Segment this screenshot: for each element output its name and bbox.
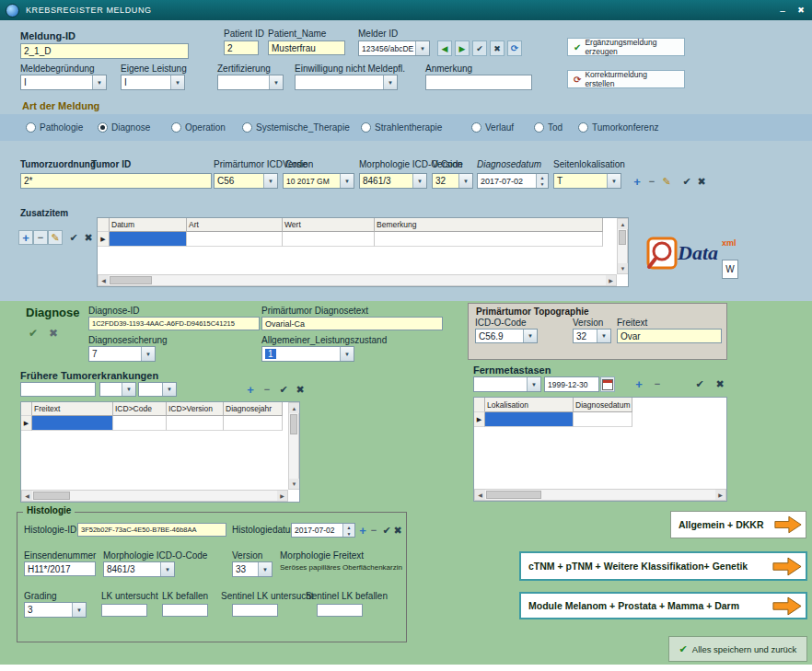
radio-art-pathologie[interactable]: Pathologie (26, 121, 83, 133)
table-cell[interactable] (167, 416, 224, 431)
radio-art-strahlentherapie[interactable]: Strahlentherapie (361, 121, 442, 133)
chevron-down-icon[interactable] (607, 174, 621, 188)
row-selector[interactable] (474, 412, 485, 427)
calendar-icon[interactable] (600, 376, 615, 392)
table-cell[interactable] (187, 232, 283, 247)
column-header-datum[interactable]: Datum (110, 218, 187, 232)
date-spinner[interactable] (342, 524, 354, 537)
cancel-histologie-button[interactable] (392, 523, 403, 538)
minimize-icon[interactable]: – (773, 3, 792, 17)
chevron-down-icon[interactable] (170, 75, 184, 89)
column-header-diagnosedatum[interactable]: Diagnosedatum (574, 398, 632, 412)
sentinel-lk-befallen-input[interactable] (317, 604, 363, 617)
confirm-fernmetastase-button[interactable] (692, 376, 707, 391)
primaertumor-diagnosetext-input[interactable]: Ovarial-Ca (261, 317, 443, 330)
chevron-down-icon[interactable] (160, 562, 174, 576)
table-cell[interactable] (283, 232, 375, 247)
remove-fruehere-button[interactable] (260, 382, 274, 397)
fruehere-freitext-input[interactable] (20, 382, 96, 397)
cancel-zusatzitem-button[interactable] (81, 230, 96, 245)
cancel-fernmetastase-button[interactable] (713, 376, 727, 391)
ergaenzungsmeldung-button[interactable]: Ergänzungsmeldung erzeugen (567, 38, 685, 56)
morphologie-icd-o-combo[interactable]: 8461/3 (359, 173, 427, 189)
chevron-down-icon[interactable] (122, 383, 135, 396)
chevron-down-icon[interactable] (92, 75, 106, 89)
zusatzitem-vscrollbar[interactable]: ▲ ▼ (617, 218, 628, 274)
anmerkung-input[interactable] (425, 75, 532, 90)
grading-combo[interactable]: 3 (24, 602, 87, 618)
seitenlokalisation-combo[interactable]: T (553, 173, 621, 189)
leistungszustand-combo[interactable]: 1 (261, 346, 354, 362)
row-selector[interactable] (21, 416, 32, 431)
melder-id-combo[interactable]: 123456/abcDE (358, 40, 430, 56)
einsendenummer-input[interactable]: H11*/2017 (24, 561, 96, 576)
topographie-version-combo[interactable]: 32 (573, 329, 611, 343)
cancel-tumor-button[interactable] (694, 174, 709, 189)
confirm-diagnose-button[interactable] (26, 326, 41, 341)
add-fernmetastase-button[interactable] (632, 376, 646, 391)
chevron-down-icon[interactable] (258, 562, 272, 576)
column-header-icd-code[interactable]: ICD>Code (113, 402, 167, 416)
chevron-down-icon[interactable] (523, 330, 537, 342)
chevron-down-icon[interactable] (412, 174, 426, 188)
fernmetastasen-datum-input[interactable]: 1999-12-30 (544, 376, 599, 392)
radio-art-verlauf[interactable]: Verlauf (471, 121, 514, 133)
table-row[interactable] (98, 232, 628, 247)
lk-befallen-input[interactable] (162, 604, 208, 617)
eigene-leistung-combo[interactable]: I (121, 75, 185, 90)
chevron-down-icon[interactable] (72, 603, 86, 617)
confirm-tumor-button[interactable] (679, 174, 694, 189)
column-header-freitext[interactable]: Freitext (32, 402, 113, 416)
histologie-id-input[interactable]: 3F52b02F-73aC-4E50-B7BE-46b8AA (77, 523, 226, 537)
chevron-down-icon[interactable] (162, 383, 176, 396)
fernmetastasen-hscrollbar[interactable]: ◀ ▶ (474, 489, 726, 501)
chevron-down-icon[interactable] (263, 174, 277, 188)
remove-zusatzitem-button[interactable] (33, 230, 48, 245)
chevron-down-icon[interactable] (527, 377, 540, 391)
zusatzitem-hscrollbar[interactable]: ◀ ▶ (98, 274, 617, 286)
confirm-zusatzitem-button[interactable] (66, 230, 81, 245)
chevron-down-icon[interactable] (340, 174, 354, 188)
chevron-down-icon[interactable] (597, 330, 610, 342)
histo-morph-combo[interactable]: 8461/3 (103, 561, 175, 577)
table-cell-selected[interactable] (32, 416, 113, 431)
chevron-down-icon[interactable] (458, 174, 472, 188)
confirm-histologie-button[interactable] (381, 523, 392, 538)
fruehere-hscrollbar[interactable]: ◀ ▶ (21, 490, 288, 502)
korrekturmeldung-button[interactable]: Korrekturmeldung erstellen (567, 70, 685, 88)
chevron-down-icon[interactable] (141, 347, 155, 361)
cancel-fruehere-button[interactable] (293, 382, 307, 397)
morph-version-combo[interactable]: 32 (432, 173, 473, 189)
save-and-back-button[interactable]: Alles speichern und zurück (668, 636, 807, 662)
icd-version-combo[interactable]: 10 2017 GM (283, 173, 354, 189)
radio-art-diagnose[interactable]: Diagnose (98, 121, 150, 133)
zertifizierung-combo[interactable] (217, 75, 284, 90)
lk-untersucht-input[interactable] (101, 604, 147, 617)
radio-art-tod[interactable]: Tod (534, 121, 563, 133)
cancel-diagnose-button[interactable] (46, 326, 61, 341)
edit-tumor-button[interactable] (659, 174, 674, 189)
meldebegruendung-combo[interactable]: I (20, 75, 107, 90)
meldung-id-input[interactable]: 2_1_D (20, 43, 189, 59)
remove-tumor-button[interactable] (644, 174, 659, 189)
column-header-bemerkung[interactable]: Bemerkung (375, 218, 603, 232)
remove-histologie-button[interactable] (368, 523, 379, 538)
chevron-down-icon[interactable] (383, 75, 397, 89)
add-zusatzitem-button[interactable] (18, 230, 33, 245)
fruehere-version-combo[interactable] (138, 382, 177, 397)
fruehere-icd-combo[interactable] (99, 382, 136, 397)
diagnosesicherung-combo[interactable]: 7 (88, 346, 156, 362)
ctnm-ptnm-button[interactable]: cTNM + pTNM + Weitere Klassifikation+ Ge… (519, 551, 807, 581)
radio-art-operation[interactable]: Operation (171, 121, 226, 133)
column-header-lokalisation[interactable]: Lokalisation (485, 398, 574, 412)
fernmetastasen-lokalisation-combo[interactable] (473, 376, 541, 392)
patient-id-input[interactable]: 2 (224, 40, 259, 55)
chevron-down-icon[interactable] (340, 347, 354, 361)
cancel-button[interactable] (490, 40, 505, 56)
column-header-icd-version[interactable]: ICD>Version (167, 402, 224, 416)
edit-zusatzitem-button[interactable] (48, 230, 63, 245)
chevron-down-icon[interactable] (415, 41, 429, 55)
add-tumor-button[interactable] (630, 174, 644, 189)
histo-version-combo[interactable]: 33 (232, 561, 273, 577)
add-histologie-button[interactable] (357, 523, 368, 538)
